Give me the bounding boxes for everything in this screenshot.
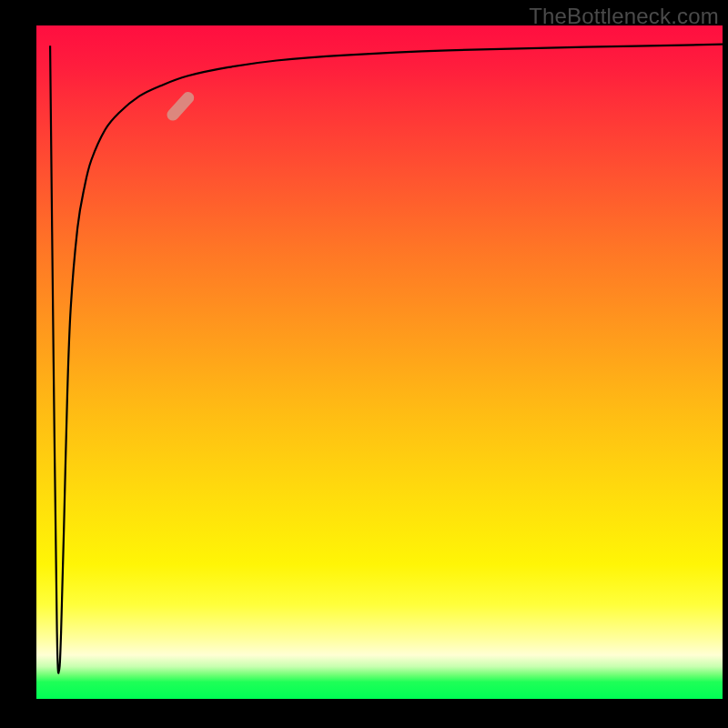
curve-layer [36,25,723,699]
plot-area [36,25,723,699]
chart-frame: TheBottleneck.com [0,0,728,728]
bottleneck-curve [50,45,723,673]
marker-pill [165,89,197,123]
curve-marker [165,89,197,123]
watermark-text: TheBottleneck.com [529,4,719,29]
